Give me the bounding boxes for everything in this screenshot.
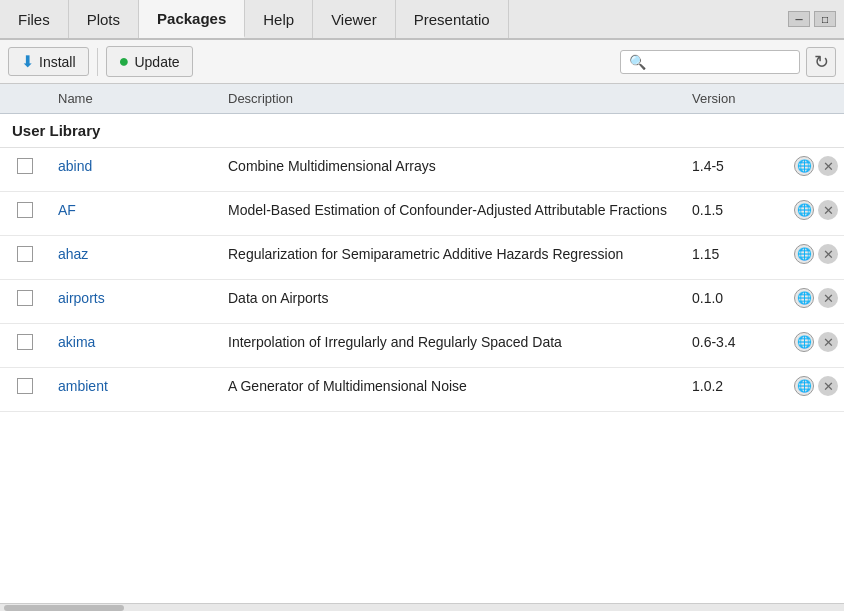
pkg-name-ahaz[interactable]: ahaz bbox=[58, 246, 88, 262]
remove-button-akima[interactable]: ✕ bbox=[818, 332, 838, 352]
pkg-checkbox-abind[interactable] bbox=[17, 158, 33, 174]
tab-bar: Files Plots Packages Help Viewer Present… bbox=[0, 0, 844, 40]
scrollbar-thumb[interactable] bbox=[4, 605, 124, 611]
row-actions-cell: 🌐 ✕ bbox=[794, 192, 844, 220]
pkg-checkbox-AF[interactable] bbox=[17, 202, 33, 218]
globe-button-ahaz[interactable]: 🌐 bbox=[794, 244, 814, 264]
row-name-cell: abind bbox=[50, 148, 220, 182]
row-actions-cell: 🌐 ✕ bbox=[794, 368, 844, 396]
remove-button-AF[interactable]: ✕ bbox=[818, 200, 838, 220]
search-icon: 🔍 bbox=[629, 54, 646, 70]
row-version-cell: 1.15 bbox=[684, 236, 794, 270]
row-checkbox-cell bbox=[0, 148, 50, 182]
row-desc-cell: Data on Airports bbox=[220, 280, 684, 314]
pkg-version-abind: 1.4-5 bbox=[692, 158, 724, 174]
pkg-version-ambient: 1.0.2 bbox=[692, 378, 723, 394]
row-version-cell: 1.0.2 bbox=[684, 368, 794, 402]
pkg-checkbox-ahaz[interactable] bbox=[17, 246, 33, 262]
table-row: AF Model-Based Estimation of Confounder-… bbox=[0, 192, 844, 236]
row-name-cell: akima bbox=[50, 324, 220, 358]
pkg-version-AF: 0.1.5 bbox=[692, 202, 723, 218]
table-row: airports Data on Airports 0.1.0 🌐 ✕ bbox=[0, 280, 844, 324]
minimize-icon: ─ bbox=[795, 14, 802, 25]
tab-packages[interactable]: Packages bbox=[139, 0, 245, 38]
pkg-version-akima: 0.6-3.4 bbox=[692, 334, 736, 350]
row-checkbox-cell bbox=[0, 368, 50, 402]
window-controls: ─ □ bbox=[780, 11, 844, 27]
pkg-name-AF[interactable]: AF bbox=[58, 202, 76, 218]
globe-button-akima[interactable]: 🌐 bbox=[794, 332, 814, 352]
update-button[interactable]: ● Update bbox=[106, 46, 193, 77]
tab-viewer[interactable]: Viewer bbox=[313, 0, 396, 38]
row-version-cell: 0.1.0 bbox=[684, 280, 794, 314]
remove-button-abind[interactable]: ✕ bbox=[818, 156, 838, 176]
pkg-desc-AF: Model-Based Estimation of Confounder-Adj… bbox=[228, 202, 667, 218]
col-header-description: Description bbox=[220, 89, 684, 108]
col-header-actions bbox=[794, 89, 844, 108]
minimize-button[interactable]: ─ bbox=[788, 11, 810, 27]
col-header-name: Name bbox=[50, 89, 220, 108]
remove-button-airports[interactable]: ✕ bbox=[818, 288, 838, 308]
pkg-version-ahaz: 1.15 bbox=[692, 246, 719, 262]
maximize-button[interactable]: □ bbox=[814, 11, 836, 27]
row-actions-cell: 🌐 ✕ bbox=[794, 148, 844, 176]
install-button[interactable]: ⬇ Install bbox=[8, 47, 89, 76]
row-desc-cell: Model-Based Estimation of Confounder-Adj… bbox=[220, 192, 684, 226]
install-label: Install bbox=[39, 54, 76, 70]
row-checkbox-cell bbox=[0, 192, 50, 226]
tab-files[interactable]: Files bbox=[0, 0, 69, 38]
tab-presentation[interactable]: Presentatio bbox=[396, 0, 509, 38]
install-icon: ⬇ bbox=[21, 52, 34, 71]
search-input[interactable] bbox=[650, 54, 790, 70]
row-actions-cell: 🌐 ✕ bbox=[794, 280, 844, 308]
globe-button-abind[interactable]: 🌐 bbox=[794, 156, 814, 176]
row-name-cell: airports bbox=[50, 280, 220, 314]
row-desc-cell: Combine Multidimensional Arrays bbox=[220, 148, 684, 182]
pkg-desc-ambient: A Generator of Multidimensional Noise bbox=[228, 378, 467, 394]
row-actions-cell: 🌐 ✕ bbox=[794, 324, 844, 352]
maximize-icon: □ bbox=[822, 14, 828, 25]
pkg-version-airports: 0.1.0 bbox=[692, 290, 723, 306]
row-actions-cell: 🌐 ✕ bbox=[794, 236, 844, 264]
table-row: akima Interpolation of Irregularly and R… bbox=[0, 324, 844, 368]
column-headers: Name Description Version bbox=[0, 84, 844, 114]
remove-button-ahaz[interactable]: ✕ bbox=[818, 244, 838, 264]
update-label: Update bbox=[134, 54, 179, 70]
tab-plots[interactable]: Plots bbox=[69, 0, 139, 38]
row-version-cell: 0.1.5 bbox=[684, 192, 794, 226]
row-name-cell: AF bbox=[50, 192, 220, 226]
pkg-checkbox-ambient[interactable] bbox=[17, 378, 33, 394]
row-name-cell: ambient bbox=[50, 368, 220, 402]
table-row: abind Combine Multidimensional Arrays 1.… bbox=[0, 148, 844, 192]
pkg-checkbox-airports[interactable] bbox=[17, 290, 33, 306]
refresh-button[interactable]: ↻ bbox=[806, 47, 836, 77]
pkg-desc-akima: Interpolation of Irregularly and Regular… bbox=[228, 334, 562, 350]
row-version-cell: 1.4-5 bbox=[684, 148, 794, 182]
col-header-version: Version bbox=[684, 89, 794, 108]
horizontal-scrollbar[interactable] bbox=[0, 603, 844, 611]
pkg-desc-ahaz: Regularization for Semiparametric Additi… bbox=[228, 246, 623, 262]
table-row: ambient A Generator of Multidimensional … bbox=[0, 368, 844, 412]
globe-button-airports[interactable]: 🌐 bbox=[794, 288, 814, 308]
col-header-checkbox bbox=[0, 89, 50, 108]
pkg-desc-airports: Data on Airports bbox=[228, 290, 328, 306]
pkg-checkbox-akima[interactable] bbox=[17, 334, 33, 350]
pkg-name-akima[interactable]: akima bbox=[58, 334, 95, 350]
packages-table: Name Description Version User Library ab… bbox=[0, 84, 844, 603]
refresh-icon: ↻ bbox=[814, 51, 829, 73]
row-desc-cell: Interpolation of Irregularly and Regular… bbox=[220, 324, 684, 358]
row-version-cell: 0.6-3.4 bbox=[684, 324, 794, 358]
remove-button-ambient[interactable]: ✕ bbox=[818, 376, 838, 396]
row-checkbox-cell bbox=[0, 324, 50, 358]
globe-button-AF[interactable]: 🌐 bbox=[794, 200, 814, 220]
pkg-name-abind[interactable]: abind bbox=[58, 158, 92, 174]
globe-button-ambient[interactable]: 🌐 bbox=[794, 376, 814, 396]
row-checkbox-cell bbox=[0, 280, 50, 314]
tab-help[interactable]: Help bbox=[245, 0, 313, 38]
update-icon: ● bbox=[119, 51, 130, 72]
row-name-cell: ahaz bbox=[50, 236, 220, 270]
pkg-name-ambient[interactable]: ambient bbox=[58, 378, 108, 394]
section-header-user-library: User Library bbox=[0, 114, 844, 148]
pkg-name-airports[interactable]: airports bbox=[58, 290, 105, 306]
toolbar-divider bbox=[97, 48, 98, 76]
